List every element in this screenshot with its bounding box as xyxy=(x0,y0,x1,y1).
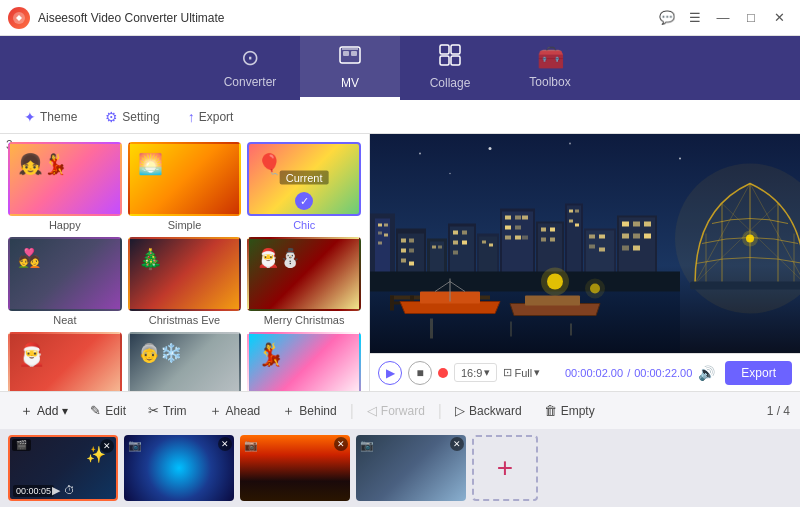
preview-scene xyxy=(370,134,800,353)
tab-converter-label: Converter xyxy=(224,75,277,89)
theme-label-happy: Happy xyxy=(49,219,81,231)
theme-card-neat[interactable]: Neat xyxy=(8,237,122,326)
forward-button[interactable]: ◁ Forward xyxy=(357,399,435,422)
export-button[interactable]: Export xyxy=(725,361,792,385)
subtab-setting[interactable]: ⚙ Setting xyxy=(93,105,171,129)
edit-button[interactable]: ✎ Edit xyxy=(80,399,136,422)
film-clip-1[interactable]: 🎬 ✕ 00:00:05 ▶ ⏱ ✨ xyxy=(8,435,118,501)
theme-thumb-chic: ✓ Current xyxy=(247,142,361,216)
film-clip-4[interactable]: ✕ 📷 xyxy=(356,435,466,501)
film-close-3[interactable]: ✕ xyxy=(334,437,348,451)
collage-icon xyxy=(439,44,461,72)
svg-rect-93 xyxy=(622,246,629,251)
theme-card-santa-claus[interactable]: Santa Claus xyxy=(8,332,122,391)
svg-point-113 xyxy=(541,268,569,296)
backward-button[interactable]: ▷ Backward xyxy=(445,399,532,422)
svg-rect-3 xyxy=(351,51,357,56)
add-label: Add xyxy=(37,404,58,418)
svg-rect-84 xyxy=(599,248,605,252)
svg-rect-109 xyxy=(430,319,433,339)
maximize-button[interactable]: □ xyxy=(738,5,764,31)
theme-card-christmas-eve[interactable]: Christmas Eve xyxy=(128,237,242,326)
svg-rect-30 xyxy=(384,224,388,227)
svg-rect-2 xyxy=(343,51,349,56)
edit-label: Edit xyxy=(105,404,126,418)
theme-panel: 3 Happy Simple ✓ Current Chic xyxy=(0,134,370,391)
film-overlay-1: 🎬 xyxy=(12,439,31,451)
menu-button[interactable]: ☰ xyxy=(682,5,708,31)
add-clip-icon: + xyxy=(497,452,513,484)
theme-thumb-stripes-waves xyxy=(247,332,361,391)
ahead-icon: ＋ xyxy=(209,402,222,420)
svg-point-9 xyxy=(419,153,421,155)
svg-rect-82 xyxy=(599,235,605,239)
svg-rect-45 xyxy=(438,246,442,249)
bottom-toolbar: ＋ Add ▾ ✎ Edit ✂ Trim ＋ Ahead ＋ Behind |… xyxy=(0,391,800,429)
svg-rect-36 xyxy=(401,239,406,243)
divider-1: | xyxy=(350,402,354,420)
svg-rect-87 xyxy=(622,222,629,227)
tab-toolbox[interactable]: 🧰 Toolbox xyxy=(500,36,600,100)
svg-point-10 xyxy=(489,147,492,150)
close-button[interactable]: ✕ xyxy=(766,5,792,31)
ahead-button[interactable]: ＋ Ahead xyxy=(199,398,271,424)
svg-rect-5 xyxy=(451,45,460,54)
minimize-button[interactable]: — xyxy=(710,5,736,31)
theme-card-chic[interactable]: ✓ Current Chic xyxy=(247,142,361,231)
svg-rect-56 xyxy=(489,244,493,247)
fullscreen-button[interactable]: ⊡ Full ▾ xyxy=(503,366,540,379)
film-close-4[interactable]: ✕ xyxy=(450,437,464,451)
film-play-1[interactable]: ▶ xyxy=(52,484,60,497)
chat-button[interactable]: 💬 xyxy=(654,5,680,31)
tab-mv[interactable]: MV xyxy=(300,36,400,100)
subtab-theme[interactable]: ✦ Theme xyxy=(12,105,89,129)
film-clip-3[interactable]: ✕ 📷 xyxy=(240,435,350,501)
theme-card-snowy-night[interactable]: Snowy Night xyxy=(128,332,242,391)
svg-rect-52 xyxy=(453,251,458,255)
add-icon: ＋ xyxy=(20,402,33,420)
sub-toolbar: ✦ Theme ⚙ Setting ↑ Export xyxy=(0,100,800,134)
empty-icon: 🗑 xyxy=(544,403,557,418)
svg-rect-40 xyxy=(401,259,406,263)
film-clip-2[interactable]: ✕ 📷 xyxy=(124,435,234,501)
svg-rect-70 xyxy=(550,228,555,232)
add-clip-button[interactable]: + xyxy=(472,435,538,501)
stop-button[interactable]: ■ xyxy=(408,361,432,385)
trim-button[interactable]: ✂ Trim xyxy=(138,399,197,422)
theme-card-happy[interactable]: Happy xyxy=(8,142,122,231)
behind-label: Behind xyxy=(299,404,336,418)
volume-icon[interactable]: 🔊 xyxy=(698,365,715,381)
film-close-2[interactable]: ✕ xyxy=(218,437,232,451)
svg-rect-75 xyxy=(569,210,573,213)
svg-rect-55 xyxy=(482,241,486,244)
svg-rect-71 xyxy=(541,238,546,242)
theme-card-merry-christmas[interactable]: Merry Christmas xyxy=(247,237,361,326)
theme-card-simple[interactable]: Simple xyxy=(128,142,242,231)
tab-toolbox-label: Toolbox xyxy=(529,75,570,89)
play-button[interactable]: ▶ xyxy=(378,361,402,385)
add-button[interactable]: ＋ Add ▾ xyxy=(10,398,78,424)
ahead-label: Ahead xyxy=(226,404,261,418)
subtab-theme-label: Theme xyxy=(40,110,77,124)
forward-label: Forward xyxy=(381,404,425,418)
aspect-ratio-select[interactable]: 16:9 ▾ xyxy=(454,363,497,382)
preview-video xyxy=(370,134,800,353)
theme-label-simple: Simple xyxy=(168,219,202,231)
app-logo xyxy=(8,7,30,29)
svg-rect-89 xyxy=(644,222,651,227)
svg-rect-39 xyxy=(409,249,414,253)
subtab-export[interactable]: ↑ Export xyxy=(176,105,246,129)
theme-card-stripes-waves[interactable]: Stripes & Waves xyxy=(247,332,361,391)
add-dropdown-icon: ▾ xyxy=(62,404,68,418)
behind-button[interactable]: ＋ Behind xyxy=(272,398,346,424)
svg-rect-66 xyxy=(522,236,528,240)
svg-rect-108 xyxy=(525,296,580,306)
svg-rect-6 xyxy=(440,56,449,65)
theme-thumb-snowy-night xyxy=(128,332,242,391)
tab-collage[interactable]: Collage xyxy=(400,36,500,100)
svg-rect-72 xyxy=(550,238,555,242)
main-content: 3 Happy Simple ✓ Current Chic xyxy=(0,134,800,391)
tab-converter[interactable]: ⊙ Converter xyxy=(200,36,300,100)
empty-button[interactable]: 🗑 Empty xyxy=(534,399,605,422)
svg-rect-4 xyxy=(440,45,449,54)
